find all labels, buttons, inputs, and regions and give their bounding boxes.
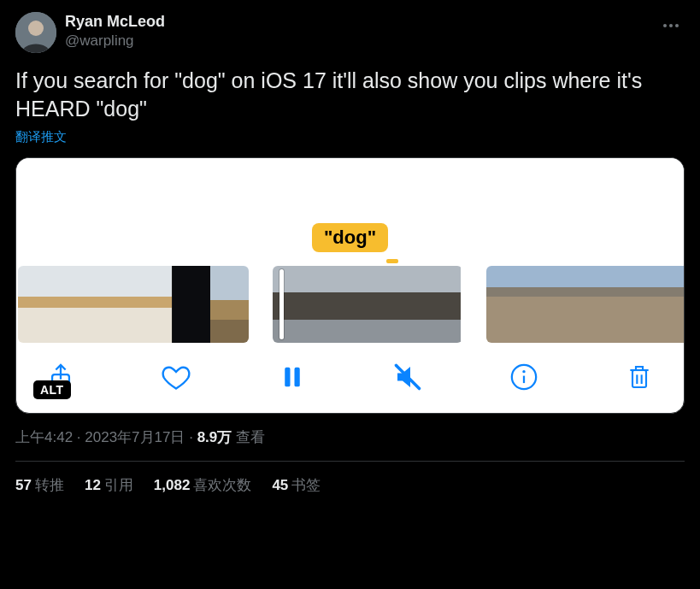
clip-frame	[172, 266, 210, 343]
tweet-text: If you search for "dog" on iOS 17 it'll …	[15, 67, 685, 122]
user-info: Ryan McLeod @warpling	[65, 12, 165, 50]
clip-frame	[486, 266, 523, 343]
views-count: 8.9万	[197, 429, 232, 445]
pause-button[interactable]	[275, 360, 309, 394]
display-name[interactable]: Ryan McLeod	[65, 12, 165, 32]
playhead[interactable]	[279, 269, 284, 339]
stat-retweets[interactable]: 57转推	[15, 475, 64, 495]
timeline-marker-row	[16, 259, 684, 266]
trash-icon	[626, 362, 653, 392]
tweet-container: Ryan McLeod @warpling If you search for …	[0, 0, 700, 507]
svg-rect-6	[285, 368, 290, 387]
tweet-date[interactable]: 2023年7月17日	[85, 429, 185, 445]
tweet-stats: 57转推 12引用 1,082喜欢次数 45书签	[15, 462, 685, 495]
media-card[interactable]: "dog"	[15, 157, 685, 414]
svg-point-11	[522, 370, 525, 373]
clip-frame	[210, 266, 249, 343]
media-whitespace	[16, 158, 684, 223]
svg-rect-12	[632, 370, 646, 387]
tweet-meta: 上午4:42 · 2023年7月17日 · 8.9万 查看	[15, 427, 685, 447]
pause-icon	[279, 362, 305, 392]
video-filmstrip[interactable]	[16, 266, 684, 348]
mute-button[interactable]	[391, 360, 425, 394]
avatar[interactable]	[15, 12, 56, 53]
clip-frame	[560, 266, 597, 343]
svg-point-1	[28, 21, 44, 36]
ellipsis-icon	[661, 15, 681, 36]
svg-point-2	[663, 24, 667, 27]
clip-frame	[670, 266, 685, 343]
clip-frame	[133, 266, 172, 343]
clip-frame	[523, 266, 560, 343]
stat-bookmarks[interactable]: 45书签	[272, 475, 321, 495]
more-options-button[interactable]	[657, 12, 685, 39]
clip-frame	[367, 266, 414, 343]
alt-badge[interactable]: ALT	[33, 380, 71, 399]
keyword-pill: "dog"	[312, 223, 388, 252]
info-icon	[509, 362, 538, 392]
clip-frame	[633, 266, 670, 343]
media-toolbar	[16, 348, 684, 413]
clip-frame	[597, 266, 633, 343]
stat-likes[interactable]: 1,082喜欢次数	[154, 475, 252, 495]
clip-frame	[320, 266, 367, 343]
clip-frame	[18, 266, 56, 343]
heart-icon	[161, 362, 191, 392]
clip-frame	[414, 266, 461, 343]
clip-group-1[interactable]	[18, 266, 249, 343]
like-button[interactable]	[159, 360, 193, 394]
clip-frame	[95, 266, 133, 343]
clip-group-2[interactable]	[273, 266, 462, 343]
info-button[interactable]	[507, 360, 541, 394]
keyword-pill-row: "dog"	[16, 223, 684, 259]
views-label[interactable]: 查看	[236, 429, 265, 445]
user-handle[interactable]: @warpling	[65, 32, 165, 50]
svg-point-4	[675, 24, 679, 27]
delete-button[interactable]	[622, 360, 656, 394]
translate-link[interactable]: 翻译推文	[15, 129, 67, 145]
stat-quotes[interactable]: 12引用	[85, 475, 133, 495]
clip-frame	[56, 266, 95, 343]
svg-point-3	[669, 24, 673, 27]
keyword-tick-marker	[386, 259, 398, 263]
clip-group-3[interactable]	[486, 266, 685, 343]
speaker-muted-icon	[392, 362, 423, 392]
tweet-header: Ryan McLeod @warpling	[15, 12, 685, 53]
svg-rect-7	[294, 368, 299, 387]
tweet-time[interactable]: 上午4:42	[15, 429, 73, 445]
